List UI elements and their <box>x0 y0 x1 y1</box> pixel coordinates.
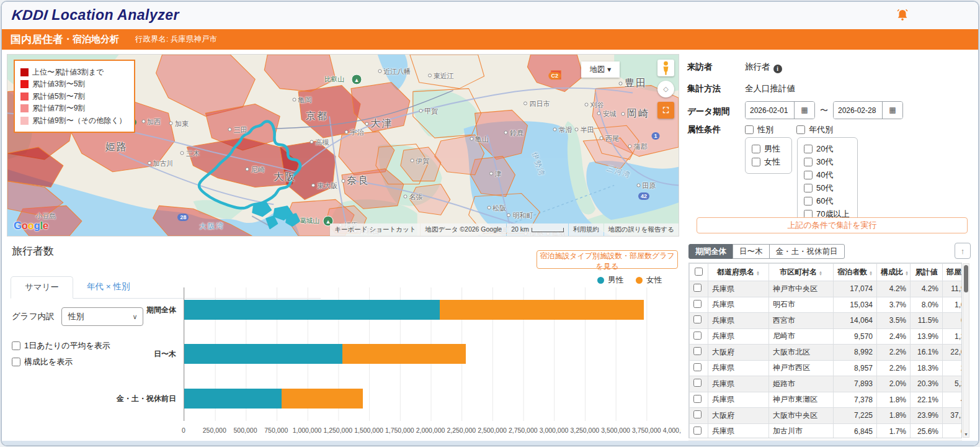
age-option[interactable]: 30代 <box>804 156 851 168</box>
calendar-icon[interactable]: ▦ <box>794 102 814 119</box>
age-filter-checkbox[interactable]: 年代別 <box>796 124 833 135</box>
map-type-button[interactable]: 地図 ▾ <box>581 61 620 78</box>
table-cell: 1.8% <box>877 408 911 424</box>
table-cell: 兵庫県 <box>708 313 769 329</box>
fullscreen-icon[interactable]: ⛶ <box>657 102 674 119</box>
x-tick-label: 2,000,000 <box>416 427 445 434</box>
report-error-link[interactable]: 地図の誤りを報告する <box>604 224 679 236</box>
table-tab-0[interactable]: 期間全体 <box>688 244 733 259</box>
column-header[interactable]: 構成比▲▼ <box>877 264 911 281</box>
table-cell: 1,382 <box>943 328 963 345</box>
row-checkbox[interactable] <box>693 379 702 387</box>
table-cell: 683 <box>943 313 963 329</box>
sort-icon[interactable]: ▲▼ <box>819 271 822 276</box>
legend-name: 男性 <box>608 275 623 286</box>
x-tick-label: 1,250,000 <box>323 427 352 434</box>
table-cell: 22.1% <box>911 392 943 408</box>
sort-icon[interactable]: ▲▼ <box>869 271 873 276</box>
legend-dot <box>636 277 643 284</box>
select-all-checkbox[interactable] <box>695 268 703 276</box>
row-checkbox-cell <box>690 281 708 297</box>
date-from-input[interactable] <box>746 102 794 119</box>
terms-link[interactable]: 利用規約 <box>569 224 604 236</box>
column-header[interactable]: 部屋数▲▼ <box>943 264 963 281</box>
row-checkbox[interactable] <box>693 284 702 292</box>
age-checkbox-input[interactable] <box>796 125 805 134</box>
table-cell: 7,225 <box>834 408 877 424</box>
map-scale: 20 km <box>507 224 568 236</box>
keyboard-shortcuts-link[interactable]: キーボード ショートカット <box>330 224 420 236</box>
table-row: 兵庫県尼崎市9,5702.4%13.9%1,382 <box>690 328 963 345</box>
table-cell: 兵庫県 <box>708 376 769 392</box>
sort-icon[interactable]: ▲▼ <box>756 271 760 276</box>
map-legend: 上位〜累計値3割まで累計値3割〜5割累計値5割〜7割累計値7割〜9割累計値9割〜… <box>14 60 135 133</box>
chart-tab-1[interactable]: 年代 × 性別 <box>73 276 143 298</box>
execute-aggregation-button[interactable]: 上記の条件で集計を実行 <box>697 217 968 233</box>
table-row: 兵庫県西宮市14,0643.5%11.5%683 <box>690 313 963 329</box>
scroll-down-arrow-icon[interactable]: ▼ <box>964 432 969 436</box>
x-tick-label: 1,500,000 <box>354 427 383 434</box>
row-checkbox[interactable] <box>693 395 702 403</box>
age-option[interactable]: 50代 <box>804 183 851 194</box>
gender-option[interactable]: 男性 <box>752 143 785 155</box>
table-tab-1[interactable]: 日〜木 <box>733 244 770 259</box>
row-checkbox-cell <box>690 392 708 408</box>
table-tab-2[interactable]: 金・土・祝休前日 <box>769 244 845 259</box>
row-checkbox[interactable] <box>693 427 702 435</box>
age-option-input[interactable] <box>804 171 813 179</box>
gender-option-input[interactable] <box>752 145 760 153</box>
table-cell: 5,201 <box>943 376 963 392</box>
column-header[interactable]: 都道府県名▲▼ <box>708 264 769 281</box>
age-option-input[interactable] <box>804 158 813 166</box>
table-cell: 2.2% <box>877 345 911 361</box>
chart-legend: 男性女性 <box>585 275 662 286</box>
column-header[interactable]: 宿泊者数▲▼ <box>834 264 877 281</box>
stacked-bar[interactable] <box>184 389 363 409</box>
age-option[interactable]: 40代 <box>804 169 851 181</box>
column-header[interactable]: 累計値 <box>911 264 943 281</box>
scroll-to-top-button[interactable]: ↑ <box>955 243 971 259</box>
gender-option-input[interactable] <box>752 158 760 166</box>
age-option-input[interactable] <box>804 184 813 192</box>
map-attribution: キーボード ショートカット 地図データ ©2026 Google 20 km 利… <box>329 224 679 236</box>
age-option-label: 60代 <box>816 196 833 207</box>
row-checkbox[interactable] <box>693 347 702 355</box>
row-checkbox[interactable] <box>693 315 702 323</box>
table-cell: 大阪市北区 <box>769 345 834 361</box>
row-checkbox[interactable] <box>693 300 702 308</box>
gender-checkbox-input[interactable] <box>745 125 754 134</box>
row-checkbox-cell <box>690 328 708 345</box>
pegman-icon[interactable] <box>657 60 674 76</box>
column-header[interactable]: 市区町村名▲▼ <box>769 264 834 281</box>
row-checkbox[interactable] <box>693 332 702 340</box>
page-title-bold: 国内居住者 <box>11 32 63 47</box>
age-option[interactable]: 60代 <box>804 196 851 207</box>
table-cell: 4.2% <box>877 281 911 297</box>
sort-icon[interactable]: ▲▼ <box>905 271 909 276</box>
visitor-value: 旅行者 <box>745 62 770 71</box>
row-checkbox[interactable] <box>693 363 702 371</box>
table-header-row: 都道府県名▲▼市区町村名▲▼宿泊者数▲▼構成比▲▼累計値部屋数▲▼ <box>690 264 963 281</box>
age-option[interactable]: 20代 <box>804 143 851 155</box>
gender-filter-checkbox[interactable]: 性別 <box>745 124 796 135</box>
facility-graph-button[interactable]: 宿泊施設タイプ別施設数・部屋数グラフを見る <box>537 250 678 269</box>
stacked-bar[interactable] <box>184 300 644 320</box>
app-header: KDDILocation Analyzer <box>2 2 978 29</box>
map-canvas[interactable]: 京都大津姫路奈良豊田岡崎大阪東大阪亀岡宇治高槻近江八幡東近江甲賀福崎町加西加東三… <box>7 54 679 237</box>
age-option-input[interactable] <box>804 145 813 153</box>
row-checkbox[interactable] <box>693 410 702 418</box>
age-option-input[interactable] <box>804 197 813 205</box>
date-to-input[interactable] <box>834 102 882 119</box>
pan-control-icon[interactable]: ◇ <box>657 81 674 97</box>
calendar-icon[interactable]: ▦ <box>882 102 902 119</box>
stacked-bar[interactable] <box>184 344 466 364</box>
table-vertical-scrollbar[interactable]: ▼ <box>963 263 969 438</box>
vertical-scroll-thumb[interactable] <box>964 265 968 292</box>
table-cell: 神戸市中央区 <box>769 281 834 297</box>
chart-tab-0[interactable]: サマリー <box>11 276 73 299</box>
notification-bell-icon[interactable] <box>895 8 910 23</box>
chevron-down-icon: ▾ <box>607 65 611 74</box>
info-icon[interactable]: i <box>773 65 782 73</box>
gender-option[interactable]: 女性 <box>752 156 785 168</box>
table-cell: 神戸市西区 <box>769 360 834 376</box>
